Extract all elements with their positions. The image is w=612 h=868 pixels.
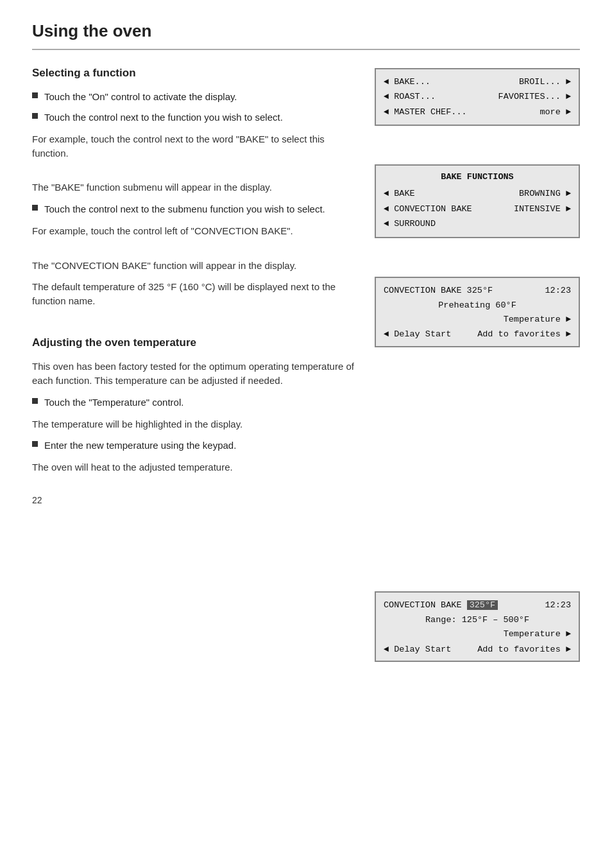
section1-para5: The default temperature of 325 °F (160 °… — [32, 280, 355, 308]
display-cell: BROWNING ► — [519, 187, 571, 200]
bullet-icon — [32, 92, 38, 98]
display-row: ◄ SURROUND — [384, 216, 571, 232]
display-panel-3: CONVECTION BAKE 325°F 12:23 Preheating 6… — [375, 277, 580, 347]
display-panel-2: BAKE FUNCTIONS ◄ BAKE BROWNING ► ◄ CONVE… — [375, 164, 580, 238]
display-cell: BROIL... ► — [519, 76, 571, 89]
display-row: ◄ MASTER CHEF... more ► — [384, 105, 571, 120]
right-column: ◄ BAKE... BROIL... ► ◄ ROAST... FAVORITE… — [375, 65, 580, 662]
display-cell: CONVECTION BAKE 325°F — [384, 599, 498, 612]
section1-para4: The "CONVECTION BAKE" function will appe… — [32, 259, 355, 273]
section2-title: Adjusting the oven temperature — [32, 335, 355, 351]
section2-bullets: Touch the "Temperature" control. — [32, 395, 355, 410]
display-cell: ◄ SURROUND — [384, 218, 436, 230]
display-panel-1: ◄ BAKE... BROIL... ► ◄ ROAST... FAVORITE… — [375, 68, 580, 126]
display-cell: CONVECTION BAKE 325°F — [384, 284, 493, 297]
display-cell: Add to favorites ► — [477, 328, 571, 341]
display-cell: more ► — [540, 106, 571, 119]
list-item: Touch the control next to the function y… — [32, 110, 355, 125]
display-row: ◄ Delay Start Add to favorites ► — [384, 643, 571, 656]
display-cell: Add to favorites ► — [477, 643, 571, 656]
display-row: ◄ CONVECTION BAKE INTENSIVE ► — [384, 202, 571, 217]
display-cell: 12:23 — [545, 599, 571, 612]
display-cell: ◄ Delay Start — [384, 643, 451, 656]
display-row: ◄ BAKE... BROIL... ► — [384, 74, 571, 90]
bullet-icon — [32, 205, 38, 211]
bullet-text: Enter the new temperature using the keyp… — [44, 438, 236, 453]
display-cell: ◄ MASTER CHEF... — [384, 106, 467, 119]
bullet-icon — [32, 398, 38, 404]
section1-para2: The "BAKE" function submenu will appear … — [32, 180, 355, 195]
list-item: Touch the "On" control to activate the d… — [32, 90, 355, 104]
temp-highlight: 325°F — [467, 600, 498, 610]
display-cell: Temperature ► — [384, 628, 571, 641]
bullet-text: Touch the control next to the submenu fu… — [44, 202, 325, 216]
bullet-icon — [32, 441, 38, 447]
display-cell: Temperature ► — [384, 313, 571, 326]
section1-para1: For example, touch the control next to t… — [32, 132, 355, 161]
display-row: CONVECTION BAKE 325°F 12:23 — [384, 598, 571, 613]
display-cell: ◄ Delay Start — [384, 328, 451, 341]
page-number: 22 — [32, 494, 355, 507]
section1-bullets2: Touch the control next to the submenu fu… — [32, 202, 355, 216]
display-header: BAKE FUNCTIONS — [384, 171, 571, 185]
list-item: Touch the "Temperature" control. — [32, 395, 355, 410]
list-item: Touch the control next to the submenu fu… — [32, 202, 355, 216]
bullet-text: Touch the control next to the function y… — [44, 110, 283, 125]
page-title: Using the oven — [32, 19, 580, 50]
display-cell: INTENSIVE ► — [514, 203, 571, 216]
display-row: ◄ Delay Start Add to favorites ► — [384, 328, 571, 341]
section1-para3: For example, touch the control left of "… — [32, 224, 355, 238]
section1-bullets: Touch the "On" control to activate the d… — [32, 90, 355, 125]
section2-para2: The temperature will be highlighted in t… — [32, 417, 355, 431]
section2-para1: This oven has been factory tested for th… — [32, 360, 355, 388]
section2-bullets2: Enter the new temperature using the keyp… — [32, 438, 355, 453]
display-cell: 12:23 — [545, 284, 571, 297]
list-item: Enter the new temperature using the keyp… — [32, 438, 355, 453]
display-panel-4: CONVECTION BAKE 325°F 12:23 Range: 125°F… — [375, 591, 580, 662]
display-cell: ◄ CONVECTION BAKE — [384, 203, 472, 216]
left-column: Selecting a function Touch the "On" cont… — [32, 65, 355, 662]
display-cell: ◄ ROAST... — [384, 91, 436, 103]
display-cell: FAVORITES... ► — [498, 91, 571, 103]
display-cell: Preheating 60°F — [384, 298, 571, 313]
bullet-icon — [32, 113, 38, 119]
bullet-text: Touch the "On" control to activate the d… — [44, 90, 237, 104]
section2-para3: The oven will heat to the adjusted tempe… — [32, 460, 355, 474]
bullet-text: Touch the "Temperature" control. — [44, 395, 183, 410]
display-row: ◄ BAKE BROWNING ► — [384, 186, 571, 202]
display-cell: ◄ BAKE... — [384, 76, 430, 89]
display-cell: ◄ BAKE — [384, 187, 415, 200]
display-cell: Range: 125°F – 500°F — [384, 612, 571, 628]
section1-title: Selecting a function — [32, 65, 355, 82]
display-label: CONVECTION BAKE — [384, 600, 462, 610]
display-row: CONVECTION BAKE 325°F 12:23 — [384, 283, 571, 299]
display-row: ◄ ROAST... FAVORITES... ► — [384, 89, 571, 105]
